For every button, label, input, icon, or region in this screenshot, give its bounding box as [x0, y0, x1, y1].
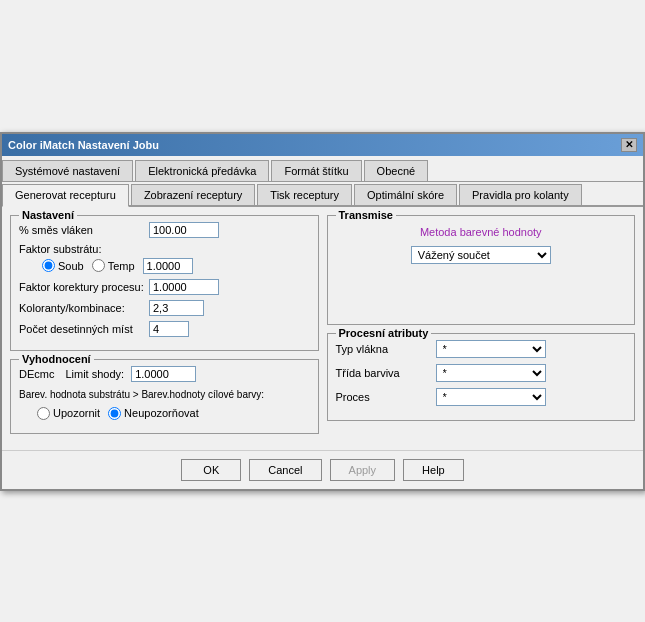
left-column: Nastavení % směs vláken Faktor substrátu… [10, 215, 319, 442]
koloranty-label: Koloranty/kombinace: [19, 302, 149, 314]
smesi-row: % směs vláken [19, 222, 310, 238]
radio-upozornit-option: Upozornit [37, 407, 100, 420]
temp-value-input[interactable] [143, 258, 193, 274]
pocet-input[interactable] [149, 321, 189, 337]
proces-row: Proces * [336, 388, 627, 406]
radio-upozornit[interactable] [37, 407, 50, 420]
help-button[interactable]: Help [403, 459, 464, 481]
trida-barviva-row: Třída barviva * [336, 364, 627, 382]
cancel-button[interactable]: Cancel [249, 459, 321, 481]
radio-temp-label: Temp [108, 260, 135, 272]
tab-obecne[interactable]: Obecné [364, 160, 429, 181]
tab-elektronicka-predavka[interactable]: Elektronická předávka [135, 160, 269, 181]
procesni-group-label: Procesní atributy [336, 327, 432, 339]
faktor-substrat-radio-row: Soub Temp [19, 258, 310, 274]
tabs-row-1: Systémové nastavení Elektronická předávk… [2, 156, 643, 182]
koloranty-row: Koloranty/kombinace: [19, 300, 310, 316]
transmise-title: Metoda barevné hodnoty [336, 226, 627, 238]
limit-input[interactable] [131, 366, 196, 382]
nastaveni-group-label: Nastavení [19, 209, 77, 221]
faktor-korektury-input[interactable] [149, 279, 219, 295]
limit-label: Limit shody: [65, 368, 124, 380]
radio-neupozornovat[interactable] [108, 407, 121, 420]
radio-neupozornovat-label: Neupozorňovat [124, 407, 199, 419]
faktor-korektury-row: Faktor korektury procesu: [19, 279, 310, 295]
upozorneni-radio-row: Upozornit Neupozorňovat [19, 407, 310, 420]
close-button[interactable]: ✕ [621, 138, 637, 152]
proces-label: Proces [336, 391, 436, 403]
transmise-select-row: Vážený součet [336, 246, 627, 264]
typ-vlakna-row: Typ vlákna * [336, 340, 627, 358]
radio-upozornit-label: Upozornit [53, 407, 100, 419]
window-title: Color iMatch Nastavení Jobu [8, 139, 159, 151]
typ-vlakna-label: Typ vlákna [336, 343, 436, 355]
smesi-label: % směs vláken [19, 224, 149, 236]
main-columns: Nastavení % směs vláken Faktor substrátu… [10, 215, 635, 442]
typ-vlakna-select[interactable]: * [436, 340, 546, 358]
tab-optimalni-skore[interactable]: Optimální skóre [354, 184, 457, 205]
decmc-row: DEcmc Limit shody: [19, 366, 310, 382]
barev-note: Barev. hodnota substrátu > Barev.hodnoty… [19, 388, 310, 402]
pocet-label: Počet desetinných míst [19, 323, 149, 335]
nastaveni-group: Nastavení % směs vláken Faktor substrátu… [10, 215, 319, 351]
radio-neupozornovat-option: Neupozorňovat [108, 407, 199, 420]
faktor-korektury-label: Faktor korektury procesu: [19, 281, 149, 293]
tab-generovat-recepturu[interactable]: Generovat recepturu [2, 184, 129, 207]
trida-barviva-label: Třída barviva [336, 367, 436, 379]
decmc-label: DEcmc [19, 368, 54, 380]
ok-button[interactable]: OK [181, 459, 241, 481]
radio-soub-label: Soub [58, 260, 84, 272]
tab-format-stitku[interactable]: Formát štítku [271, 160, 361, 181]
proces-select[interactable]: * [436, 388, 546, 406]
tab-pravidla-koloranty[interactable]: Pravidla pro kolanty [459, 184, 582, 205]
title-bar: Color iMatch Nastavení Jobu ✕ [2, 134, 643, 156]
content-area: Nastavení % směs vláken Faktor substrátu… [2, 207, 643, 450]
tab-tisk-receptury[interactable]: Tisk receptury [257, 184, 352, 205]
vyhodnoceni-group-label: Vyhodnocení [19, 353, 94, 365]
pocet-row: Počet desetinných míst [19, 321, 310, 337]
tabs-row-2: Generovat recepturu Zobrazení receptury … [2, 182, 643, 207]
transmise-group: Transmise Metoda barevné hodnoty Vážený … [327, 215, 636, 325]
tab-zobrazeni-receptury[interactable]: Zobrazení receptury [131, 184, 255, 205]
smesi-input[interactable] [149, 222, 219, 238]
radio-temp[interactable] [92, 259, 105, 272]
radio-soub[interactable] [42, 259, 55, 272]
procesni-group: Procesní atributy Typ vlákna * Třída bar… [327, 333, 636, 421]
right-column: Transmise Metoda barevné hodnoty Vážený … [327, 215, 636, 442]
radio-soub-option: Soub [42, 259, 84, 272]
koloranty-input[interactable] [149, 300, 204, 316]
radio-temp-option: Temp [92, 259, 135, 272]
faktor-substrat-label-row: Faktor substrátu: [19, 243, 310, 255]
vyhodnoceni-group: Vyhodnocení DEcmc Limit shody: Barev. ho… [10, 359, 319, 434]
footer: OK Cancel Apply Help [2, 450, 643, 489]
apply-button[interactable]: Apply [330, 459, 396, 481]
transmise-group-label: Transmise [336, 209, 396, 221]
tab-systemove-nastaveni[interactable]: Systémové nastavení [2, 160, 133, 181]
main-window: Color iMatch Nastavení Jobu ✕ Systémové … [0, 132, 645, 491]
faktor-substrat-label: Faktor substrátu: [19, 243, 149, 255]
transmise-select[interactable]: Vážený součet [411, 246, 551, 264]
trida-barviva-select[interactable]: * [436, 364, 546, 382]
